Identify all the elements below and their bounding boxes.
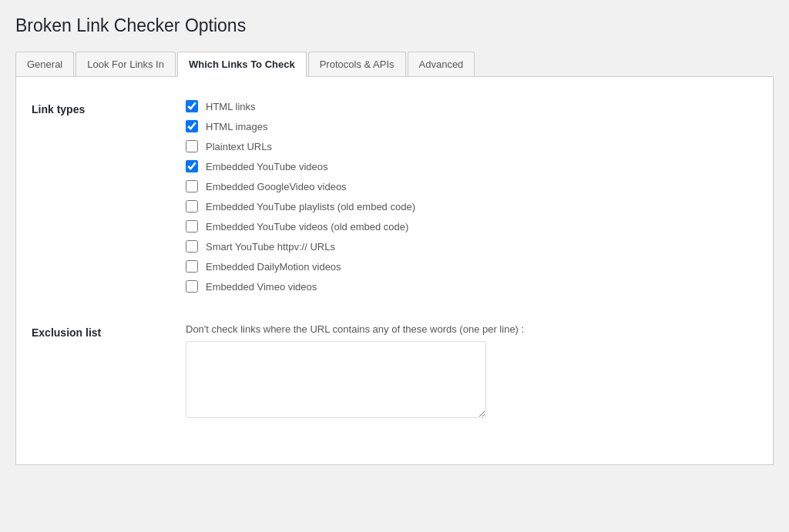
embedded-youtube-checkbox[interactable]	[186, 160, 198, 172]
plaintext-urls-checkbox[interactable]	[186, 140, 198, 152]
link-types-content: HTML links HTML images Plaintext URLs Em…	[186, 100, 757, 300]
list-item: HTML images	[186, 120, 757, 132]
page-title: Broken Link Checker Options	[15, 15, 774, 36]
html-images-checkbox[interactable]	[186, 120, 198, 132]
list-item: Embedded YouTube videos (old embed code)	[186, 220, 757, 233]
smart-youtube-checkbox[interactable]	[186, 240, 198, 253]
plaintext-urls-label[interactable]: Plaintext URLs	[206, 141, 272, 152]
list-item: Embedded YouTube videos	[186, 160, 757, 172]
list-item: Embedded DailyMotion videos	[186, 260, 757, 273]
list-item: Embedded GoogleVideo videos	[186, 180, 757, 192]
tabs-container: General Look For Links In Which Links To…	[15, 52, 774, 77]
embedded-dailymotion-checkbox[interactable]	[186, 260, 198, 273]
embedded-youtube-old-checkbox[interactable]	[186, 220, 198, 233]
embedded-youtube-playlists-checkbox[interactable]	[186, 200, 198, 212]
link-types-section: Link types HTML links HTML images Plaint…	[32, 100, 757, 300]
embedded-youtube-old-label[interactable]: Embedded YouTube videos (old embed code)	[206, 221, 408, 233]
tab-advanced[interactable]: Advanced	[408, 52, 475, 76]
exclusion-textarea[interactable]	[186, 341, 486, 418]
list-item: HTML links	[186, 100, 757, 112]
exclusion-list-label: Exclusion list	[32, 323, 186, 339]
tab-protocols-apis[interactable]: Protocols & APIs	[308, 52, 406, 76]
smart-youtube-label[interactable]: Smart YouTube httpv:// URLs	[206, 241, 335, 253]
html-links-checkbox[interactable]	[186, 100, 198, 112]
list-item: Embedded Vimeo videos	[186, 280, 757, 293]
content-panel: Link types HTML links HTML images Plaint…	[15, 77, 774, 465]
embedded-youtube-label[interactable]: Embedded YouTube videos	[206, 161, 328, 172]
exclusion-description: Don't check links where the URL contains…	[186, 323, 757, 335]
list-item: Smart YouTube httpv:// URLs	[186, 240, 757, 253]
html-images-label[interactable]: HTML images	[206, 121, 267, 132]
list-item: Plaintext URLs	[186, 140, 757, 152]
list-item: Embedded YouTube playlists (old embed co…	[186, 200, 757, 212]
embedded-dailymotion-label[interactable]: Embedded DailyMotion videos	[206, 261, 341, 273]
embedded-vimeo-label[interactable]: Embedded Vimeo videos	[206, 281, 317, 293]
embedded-vimeo-checkbox[interactable]	[186, 280, 198, 293]
html-links-label[interactable]: HTML links	[206, 101, 256, 112]
tab-look-for-links[interactable]: Look For Links In	[76, 52, 176, 76]
tab-general[interactable]: General	[15, 52, 74, 76]
link-types-label: Link types	[32, 100, 186, 115]
embedded-googlevideo-label[interactable]: Embedded GoogleVideo videos	[206, 181, 347, 192]
exclusion-list-content: Don't check links where the URL contains…	[186, 323, 757, 418]
tab-which-links[interactable]: Which Links To Check	[177, 52, 307, 77]
exclusion-list-section: Exclusion list Don't check links where t…	[32, 323, 757, 418]
embedded-youtube-playlists-label[interactable]: Embedded YouTube playlists (old embed co…	[206, 201, 415, 212]
embedded-googlevideo-checkbox[interactable]	[186, 180, 198, 192]
